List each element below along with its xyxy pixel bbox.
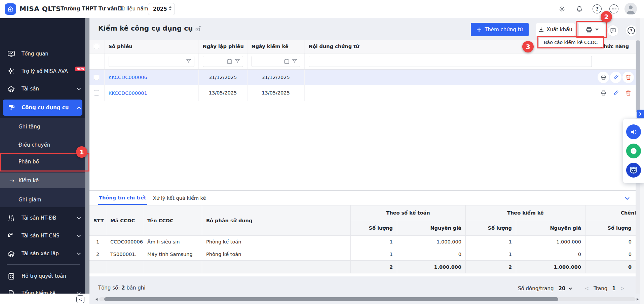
col-ma-ccdc[interactable]: Mã CCDC (106, 205, 143, 236)
col-so-luong[interactable]: Số lượng (466, 220, 516, 236)
cell-sl-ke-toan: 1 (351, 248, 397, 261)
sidebar-item-tai-san-xac-lap[interactable]: Tài sản xác lập (0, 246, 85, 261)
cell-bo-phan: Phòng kế toán (202, 236, 351, 248)
submenu-item-phan-bo[interactable]: Phân bổ (0, 154, 85, 169)
sidebar-item-tong-quan[interactable]: Tổng quan (0, 46, 85, 61)
row-delete-button[interactable] (622, 87, 634, 99)
col-ten-ccdc[interactable]: Tên CCDC (143, 205, 202, 236)
detail-row[interactable]: 1 CCDC0000065 Âm li siêu sịn Phòng kế to… (89, 236, 636, 248)
sidebar-item-ho-tro-quyet-toan[interactable]: Hỗ trợ quyết toán (0, 269, 85, 283)
sidebar-item-tai-san-ht-db[interactable]: Tài sản HT-ĐB (0, 211, 85, 225)
sidebar-item-tai-san-ht-cns[interactable]: Tài sản HT-CNS (0, 228, 85, 243)
menu-item-bao-cao-kiem-ke-ccdc[interactable]: Báo cáo kiểm kê CCDC (539, 38, 603, 47)
submenu-cong-cu-dung-cu: Ghi tăng Điều chuyển Phân bổ → Kiểm kê G… (0, 118, 85, 207)
select-all-checkbox[interactable] (94, 44, 99, 49)
lock-open-icon[interactable] (194, 25, 202, 32)
row-delete-button[interactable] (622, 72, 634, 83)
row-edit-button[interactable] (610, 87, 621, 99)
submenu-item-ghi-tang[interactable]: Ghi tăng (0, 119, 85, 134)
help-icon[interactable]: ? (593, 4, 602, 13)
export-button[interactable]: Xuất khẩu (536, 23, 575, 36)
detail-row[interactable]: 2 TS000001. Máy tính Samsung Phòng kế to… (89, 248, 636, 261)
print-dropdown-button[interactable] (578, 23, 605, 36)
add-document-button[interactable]: Thêm chứng từ (471, 23, 529, 36)
next-page-button[interactable]: > (620, 286, 625, 292)
funnel-icon[interactable] (235, 59, 240, 64)
col-ngay-lap-phieu[interactable]: Ngày lập phiếu (198, 40, 247, 53)
vertical-scrollbar-thumb[interactable] (636, 40, 640, 113)
organization-name[interactable]: Trường THPT Tư vấn 1 (61, 6, 123, 12)
horizontal-scrollbar-thumb[interactable] (104, 297, 558, 301)
row-checkbox[interactable] (94, 90, 99, 96)
per-page-value: 20 (559, 286, 566, 292)
col-so-luong[interactable]: Số lượng (585, 220, 636, 236)
sidebar-item-misa-ava[interactable]: Trợ lý số MISA AVA NEW (0, 64, 85, 79)
spin-down-icon[interactable] (169, 9, 172, 10)
col-nguyen-gia[interactable]: Nguyên giá (397, 220, 466, 236)
per-page-select[interactable]: 20 (559, 286, 573, 292)
submenu-item-dieu-chuyen[interactable]: Điều chuyển (0, 138, 85, 152)
document-link[interactable]: KKCCDC000001 (109, 90, 147, 96)
tab-thong-tin-chi-tiet[interactable]: Thông tin chi tiết (98, 191, 147, 205)
spin-up-icon[interactable] (169, 6, 172, 8)
announcements-megaphone-icon[interactable] (626, 124, 641, 139)
col-stt: STT (89, 205, 106, 236)
chevron-down-icon (77, 252, 81, 255)
support-chat-icon[interactable] (626, 144, 641, 158)
row-print-button[interactable] (598, 87, 609, 99)
horizontal-scrollbar[interactable] (99, 297, 636, 301)
filter-ngay-lap-cell (198, 53, 247, 69)
pencil-icon (613, 74, 619, 80)
hscroll-right-arrow[interactable] (637, 298, 639, 301)
speech-bubble-icon (610, 27, 616, 34)
col-so-luong[interactable]: Số lượng (351, 220, 397, 236)
user-avatar[interactable] (624, 3, 637, 15)
feedback-chat-button[interactable] (607, 25, 619, 36)
annotation-badge-step1: 1 (76, 146, 87, 158)
page-help-button[interactable]: ? (626, 25, 637, 36)
funnel-icon[interactable] (186, 59, 191, 64)
sidebar-item-cong-cu-dung-cu[interactable]: Công cụ dụng cụ (3, 100, 82, 116)
total-sl-kiem-ke: 2 (466, 261, 516, 273)
col-nguyen-gia[interactable]: Nguyên giá (516, 220, 585, 236)
funnel-icon[interactable] (292, 59, 297, 64)
row-print-button[interactable] (598, 72, 609, 83)
row-edit-button[interactable] (610, 72, 621, 83)
expand-assistant-tab[interactable] (637, 110, 644, 118)
filter-noi-dung-input[interactable] (309, 56, 592, 67)
year-spinner[interactable] (169, 6, 172, 10)
app-logo[interactable] (5, 3, 16, 15)
ai-assistant-robot-icon[interactable] (626, 163, 641, 178)
printer-icon (585, 26, 593, 33)
sidebar-collapse-button[interactable]: < (76, 295, 84, 303)
table-row[interactable]: KKCCDC000006 31/12/2025 31/12/2025 (89, 69, 636, 85)
filter-ngay-kiem-ke-input[interactable] (252, 56, 300, 67)
row-select-cell (89, 85, 104, 101)
chevron-up-icon (77, 106, 81, 109)
detail-total-row: 2 1.000.000 2 1.000.000 0 (89, 261, 636, 273)
table-row[interactable]: KKCCDC000001 13/05/2025 13/05/2025 (89, 85, 636, 101)
filter-so-phieu-input[interactable] (109, 56, 194, 67)
submenu-item-label: Phân bổ (18, 159, 39, 165)
more-options-icon[interactable] (609, 4, 618, 13)
sidebar-item-tai-san[interactable]: Tài sản (0, 81, 85, 96)
col-bo-phan[interactable]: Bộ phận sử dụng (202, 205, 351, 236)
hscroll-left-arrow[interactable] (96, 298, 98, 301)
notifications-bell-icon[interactable] (576, 5, 583, 13)
prev-page-button[interactable]: < (584, 286, 589, 292)
document-link[interactable]: KKCCDC000006 (109, 75, 147, 80)
submenu-item-kiem-ke[interactable]: → Kiểm kê (0, 173, 85, 188)
cell-sl-kiem-ke: 1 (466, 248, 516, 261)
calendar-icon[interactable] (284, 59, 290, 64)
calendar-icon[interactable] (227, 59, 232, 64)
collapse-panel-chevron-icon[interactable] (623, 194, 631, 202)
submenu-item-ghi-giam[interactable]: Ghi giảm (0, 192, 85, 207)
record-count-unit: bản ghi (126, 285, 145, 291)
tab-xu-ly-ket-qua[interactable]: Xử lý kết quả kiểm kê (153, 191, 206, 205)
filter-ngay-lap-input[interactable] (203, 56, 243, 67)
row-checkbox[interactable] (94, 75, 99, 80)
col-ngay-kiem-ke[interactable]: Ngày kiểm kê (247, 40, 304, 53)
year-select[interactable]: 2025 (148, 3, 175, 15)
settings-gear-icon[interactable] (558, 5, 566, 13)
col-so-phieu[interactable]: Số phiếu (104, 40, 198, 53)
